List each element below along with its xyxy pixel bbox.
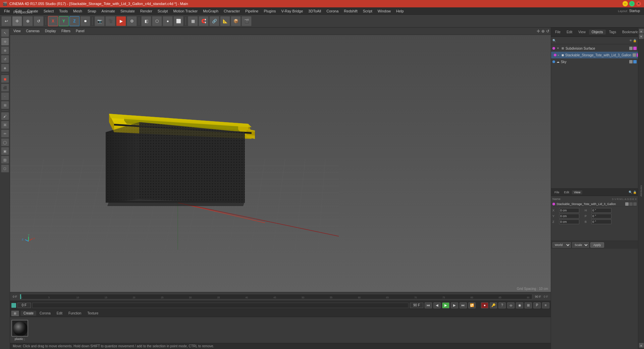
vp-rotate-icon[interactable]: ↺: [546, 29, 549, 34]
menu-corona[interactable]: Corona: [324, 8, 341, 14]
close-button[interactable]: ✕: [636, 1, 641, 6]
vis-sky-blue[interactable]: [633, 60, 637, 63]
render-settings-btn[interactable]: ⚙: [127, 16, 137, 26]
scale-select[interactable]: Scale Size: [572, 242, 589, 248]
vp-display-menu[interactable]: Display: [43, 29, 58, 33]
attr-tab-edit[interactable]: Edit: [562, 190, 572, 194]
motion-path-btn[interactable]: ⌯: [507, 302, 515, 308]
tool-live[interactable]: ◈: [1, 64, 9, 72]
tool-mask[interactable]: ▨: [1, 156, 9, 164]
tool-stencil[interactable]: ▣: [1, 147, 9, 155]
pb-extra3[interactable]: P: [533, 302, 541, 308]
tool-brush[interactable]: 🖌: [1, 112, 9, 120]
shading-btn[interactable]: ●: [163, 16, 173, 26]
pb-extra1[interactable]: ◉: [516, 302, 523, 308]
coord-btn[interactable]: 📐: [220, 16, 230, 26]
snap-btn[interactable]: 🧲: [199, 16, 209, 26]
y-axis-btn[interactable]: Y: [59, 16, 69, 26]
rtab-edit[interactable]: Edit: [564, 30, 575, 35]
menu-simulate[interactable]: Simulate: [118, 8, 138, 14]
undo-btn[interactable]: ↩: [1, 16, 11, 26]
p-input[interactable]: [591, 214, 611, 218]
grid-btn[interactable]: ▦: [188, 16, 198, 26]
attributes-browser-label[interactable]: Attributes: [640, 184, 643, 198]
all-axis-btn[interactable]: 🔲: [80, 16, 90, 26]
menu-script[interactable]: Script: [360, 8, 375, 14]
attr-lock-icon[interactable]: 🔒: [633, 191, 637, 194]
tab-texture[interactable]: Texture: [85, 311, 101, 316]
tab-function[interactable]: Function: [66, 311, 84, 316]
loop-btn[interactable]: 🔁: [468, 302, 476, 308]
tool-paint[interactable]: ✏: [1, 130, 9, 138]
z-axis-btn[interactable]: Z: [69, 16, 79, 26]
vp-panel-menu[interactable]: Panel: [74, 29, 87, 33]
fr-btn1[interactable]: ▲: [639, 29, 644, 34]
expand-icon-tote[interactable]: ▸: [558, 53, 559, 57]
tool-point[interactable]: ·: [1, 92, 9, 100]
object-btn[interactable]: 📦: [231, 16, 241, 26]
attr-search-icon[interactable]: 🔍: [629, 191, 632, 194]
menu-redshift[interactable]: Redshift: [341, 8, 360, 14]
texture-btn[interactable]: ⬜: [173, 16, 183, 26]
world-select[interactable]: World Object: [552, 242, 571, 248]
sel-icon3[interactable]: [633, 202, 637, 206]
menu-mograph[interactable]: MoGraph: [200, 8, 221, 14]
menu-snap[interactable]: Snap: [85, 8, 99, 14]
scale-btn[interactable]: ⊕: [23, 16, 33, 26]
go-end-btn[interactable]: ⏭: [460, 302, 467, 308]
frame-end-input[interactable]: [410, 303, 423, 308]
menu-plugins[interactable]: Plugins: [261, 8, 278, 14]
menu-motion-tracker[interactable]: Motion Tracker: [170, 8, 200, 14]
viewport-3d[interactable]: X Y Z: [10, 35, 551, 292]
menu-pipeline[interactable]: Pipeline: [243, 8, 261, 14]
timeline-track[interactable]: 0 5 10 15 20 25 30 35 40 45 50 55 60 65 …: [20, 294, 532, 299]
y-input[interactable]: [559, 214, 579, 218]
material-item[interactable]: plastic ;: [11, 320, 28, 341]
pb-extra2[interactable]: ⊞: [525, 302, 532, 308]
menu-vray[interactable]: V-Ray Bridge: [279, 8, 306, 14]
go-start-btn[interactable]: ⏮: [425, 302, 432, 308]
vp-move-icon[interactable]: ✛: [537, 29, 540, 34]
menu-animate[interactable]: Animate: [99, 8, 118, 14]
key-info-btn[interactable]: ?: [498, 302, 506, 308]
move-btn[interactable]: ✛: [12, 16, 22, 26]
tool-cursor[interactable]: ↖: [1, 29, 9, 37]
playhead[interactable]: [20, 294, 21, 299]
cam-btn[interactable]: 🎬: [241, 16, 252, 26]
vis-sky-grey[interactable]: [629, 60, 633, 63]
pb-extra4[interactable]: ≡: [542, 302, 549, 308]
vp-filters-menu[interactable]: Filters: [59, 29, 72, 33]
vis-tote-grey[interactable]: [633, 53, 636, 57]
auto-key-btn[interactable]: 🔑: [490, 302, 497, 308]
fr-btn2[interactable]: ▼: [639, 34, 644, 39]
maximize-button[interactable]: □: [629, 1, 635, 6]
menu-tools[interactable]: Tools: [56, 8, 70, 14]
rtab-view[interactable]: View: [576, 30, 588, 35]
tab-corona[interactable]: Corona: [37, 311, 53, 316]
record-btn[interactable]: ●: [481, 302, 488, 308]
playback-track[interactable]: [32, 303, 409, 308]
vp-cameras-menu[interactable]: Cameras: [24, 29, 42, 33]
prev-frame-btn[interactable]: ◀: [433, 302, 441, 308]
layout-value[interactable]: Startup: [629, 9, 643, 13]
menu-character[interactable]: Character: [221, 8, 243, 14]
h-input[interactable]: [591, 208, 611, 213]
minimize-button[interactable]: ─: [623, 1, 628, 6]
tool-poly[interactable]: ◼: [1, 75, 9, 83]
x-axis-btn[interactable]: X: [48, 16, 58, 26]
vis-grey1[interactable]: [629, 47, 633, 50]
menu-file[interactable]: File: [1, 8, 13, 14]
menu-mesh[interactable]: Mesh: [70, 8, 85, 14]
tool-scale[interactable]: ⊕: [1, 46, 9, 54]
b-input[interactable]: [591, 219, 611, 224]
constraint-btn[interactable]: 🔗: [209, 16, 219, 26]
display-mode-btn[interactable]: ◧: [141, 16, 151, 26]
tab-edit[interactable]: Edit: [54, 311, 65, 316]
rtab-file[interactable]: File: [552, 30, 563, 35]
render-view-btn[interactable]: 🎥: [105, 16, 115, 26]
rtab-objects[interactable]: Objects: [589, 30, 606, 35]
vp-view-menu[interactable]: View: [11, 29, 23, 33]
tool-topology[interactable]: ⬡: [1, 164, 9, 172]
tool-move[interactable]: ✛: [1, 38, 9, 46]
tab-create[interactable]: Create: [21, 311, 36, 316]
